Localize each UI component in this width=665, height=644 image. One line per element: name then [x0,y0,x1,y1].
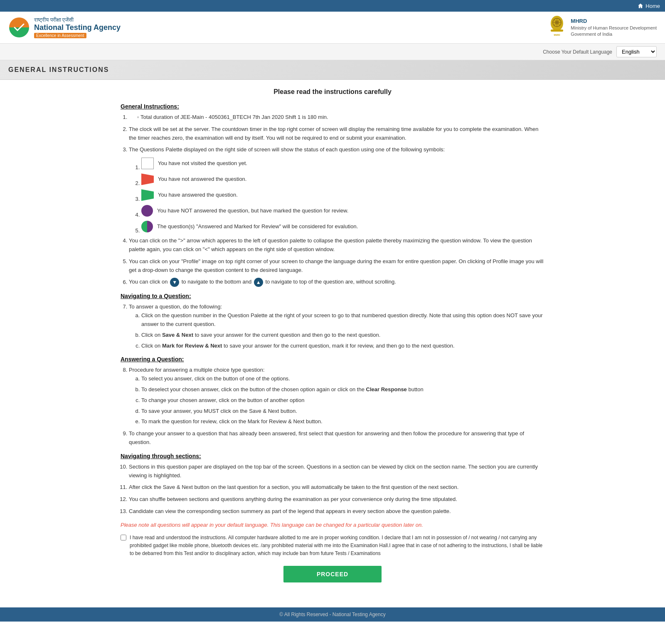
top-bar: Home [0,0,665,12]
svg-rect-8 [551,30,563,32]
symbol-not-visited [141,158,154,169]
symbol-not-answered [141,173,154,185]
org-name-hindi: राष्ट्रीय परीक्षा एजेंसी [34,17,121,23]
mhrd-text: MHRD Ministry of Human Resource Developm… [571,17,657,38]
logo-area: राष्ट्रीय परीक्षा एजेंसी National Testin… [8,17,121,38]
instruction-item-6: You can click on ▼ to navigate to the bo… [129,278,544,287]
section4-heading: Navigating through sections: [121,453,544,459]
answering-list: Procedure for answering a multiple choic… [121,366,544,447]
instruction-item-9: To change your answer to a question that… [129,429,544,447]
item-8d: To save your answer, you MUST click on t… [141,407,544,416]
instruction-item-2: The clock will be set at the server. The… [129,125,544,143]
instruction-item-12: You can shuffle between sections and que… [129,495,544,504]
item7-sub-list: Click on the question number in the Ques… [129,311,544,350]
symbols-list: You have not visited the question yet. Y… [129,158,544,232]
instruction-item-5: You can click on your "Profile" image on… [129,257,544,275]
mhrd-logo: MHRD MHRD Ministry of Human Resource Dev… [547,15,657,40]
navigating-list: To answer a question, do the following: … [121,303,544,350]
instruction-item-10: Sections in this question paper are disp… [129,463,544,480]
declaration-checkbox[interactable] [121,535,126,540]
instructions-header: Please read the instructions carefully [121,88,544,96]
instruction-item-13: Candidate can view the corresponding sec… [129,507,544,516]
instruction-item-1: ◦ Total duration of JEE-Main - 4050361_B… [129,113,544,122]
symbol-answered [141,189,154,201]
symbol-3: You have answered the question. [141,189,544,201]
language-label: Choose Your Default Language [543,49,612,55]
item-8b: To deselect your chosen answer, click on… [141,385,544,394]
declaration-text: I have read and understood the instructi… [130,534,544,558]
item8-sub-list: To select you answer, click on the butto… [129,375,544,426]
instruction-item-8: Procedure for answering a multiple choic… [129,366,544,426]
section3-heading: Answering a Question: [121,356,544,363]
language-section: Choose Your Default Language English Hin… [0,44,665,60]
item-8a: To select you answer, click on the butto… [141,375,544,383]
symbol-5: The question(s) "Answered and Marked for… [141,221,544,232]
general-instructions-list: ◦ Total duration of JEE-Main - 4050361_B… [121,113,544,287]
nav-down-icon: ▼ [170,278,179,287]
symbol-2: You have not answered the question. [141,173,544,185]
page-title-banner: GENERAL INSTRUCTIONS [0,60,665,80]
home-link[interactable]: Home [638,3,660,9]
mhrd-sub: Government of India [571,32,612,37]
item-7b: Click on Save & Next to save your answer… [141,331,544,340]
proceed-btn-area: PROCEED [121,566,544,582]
symbol-marked-review [141,205,153,217]
nta-logo [8,17,30,38]
footer-text: © All Rights Reserved - National Testing… [279,612,385,617]
section1-heading: General Instructions: [121,103,544,110]
home-icon [638,3,643,9]
item-8c: To change your chosen answer, click on t… [141,396,544,405]
instruction-item-4: You can click on the ">" arrow which app… [129,237,544,254]
ashoka-emblem: MHRD [547,15,567,40]
note-text: Please note all questions will appear in… [121,522,544,528]
item-7a: Click on the question number in the Ques… [141,311,544,329]
logo-text: राष्ट्रीय परीक्षा एजेंसी National Testin… [34,17,121,38]
item-7c: Click on Mark for Review & Next to save … [141,342,544,350]
footer: © All Rights Reserved - National Testing… [0,607,665,622]
logo-tagline: Excellence in Assessment [34,33,86,38]
instruction-item-11: After click the Save & Next button on th… [129,483,544,492]
item-8e: To mark the question for review, click o… [141,417,544,426]
declaration-area: I have read and understood the instructi… [121,534,544,558]
symbol-4: You have NOT answered the question, but … [141,205,544,217]
header: राष्ट्रीय परीक्षा एजेंसी National Testin… [0,12,665,44]
proceed-button[interactable]: PROCEED [283,566,382,582]
nav-up-icon: ▲ [254,278,263,287]
symbol-1: You have not visited the question yet. [141,158,544,169]
section2-heading: Navigating to a Question: [121,293,544,299]
sections-list: Sections in this question paper are disp… [121,463,544,516]
main-content: Please read the instructions carefully G… [104,80,561,599]
mhrd-full: Ministry of Human Resource Development [571,25,657,30]
instruction-item-7: To answer a question, do the following: … [129,303,544,350]
instruction-item-1-sub: ◦ Total duration of JEE-Main - 4050361_B… [137,113,544,122]
language-select[interactable]: English Hindi [616,46,657,57]
mhrd-name: MHRD [571,17,657,25]
home-label: Home [645,3,660,9]
page-title: GENERAL INSTRUCTIONS [8,66,657,74]
symbol-answered-marked [141,221,153,232]
org-name: National Testing Agency [34,23,121,32]
instruction-item-3: The Questions Palette displayed on the r… [129,146,544,232]
svg-text:MHRD: MHRD [554,34,560,36]
